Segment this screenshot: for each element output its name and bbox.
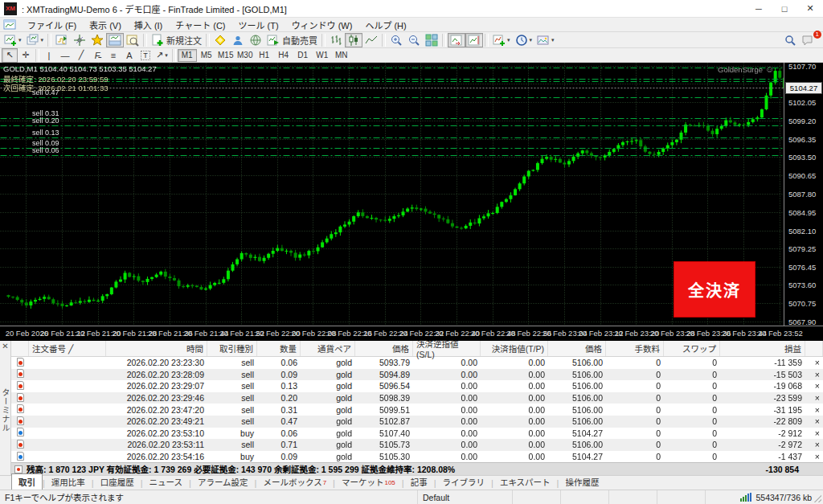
metaeditor-button[interactable] bbox=[211, 33, 229, 47]
trade-row[interactable]: 2026.02.20 23:47:20sell0.31gold5099.510.… bbox=[11, 404, 823, 416]
notifications-icon[interactable]: 1 bbox=[799, 33, 817, 47]
templates-button[interactable]: ▾ bbox=[534, 33, 557, 47]
terminal-tab-7[interactable]: マーケット105 bbox=[335, 474, 402, 490]
trade-row[interactable]: 2026.02.20 23:53:10buy0.06gold5107.400.0… bbox=[11, 428, 823, 440]
terminal-tab-6[interactable]: メールボックス7 bbox=[256, 474, 333, 490]
trade-row[interactable]: 2026.02.20 23:23:30sell0.06gold5093.790.… bbox=[11, 357, 823, 369]
community-button[interactable] bbox=[229, 33, 247, 47]
ea-smiley-icon[interactable]: ☺ bbox=[765, 64, 774, 74]
candlestick-chart-button[interactable] bbox=[345, 33, 362, 47]
column-header-2[interactable]: 時間 bbox=[106, 341, 207, 356]
column-header-9[interactable]: 価格 bbox=[548, 341, 606, 356]
menu-item[interactable]: ファイル (F) bbox=[21, 17, 83, 33]
terminal-tab-9[interactable]: ライブラリ bbox=[436, 474, 492, 490]
column-header-10[interactable]: 手数料 bbox=[606, 341, 664, 356]
text-label-tool[interactable]: T bbox=[137, 48, 154, 63]
strategy-tester-button[interactable] bbox=[124, 33, 141, 47]
close-order-icon[interactable]: × bbox=[805, 381, 823, 391]
close-order-icon[interactable]: × bbox=[805, 416, 823, 426]
timeframe-h1[interactable]: H1 bbox=[255, 49, 274, 62]
new-chart-button[interactable]: ▾ bbox=[2, 33, 24, 47]
column-header-7[interactable]: 決済逆指値(S/L) bbox=[413, 341, 481, 356]
timeframe-d1[interactable]: D1 bbox=[293, 49, 313, 62]
indicators-button[interactable]: ▾ bbox=[490, 33, 513, 47]
column-header-3[interactable]: 取引種別 bbox=[207, 341, 257, 356]
cursor-tool[interactable]: ↖ bbox=[2, 48, 18, 63]
trade-row[interactable]: 2026.02.20 23:29:46sell0.20gold5098.390.… bbox=[11, 392, 823, 404]
vertical-line-tool[interactable]: | bbox=[41, 48, 57, 63]
menu-item[interactable]: ヘルプ (H) bbox=[358, 17, 412, 33]
menu-item[interactable]: 挿入 (I) bbox=[128, 17, 169, 33]
horizontal-line-tool[interactable]: — bbox=[57, 48, 73, 63]
column-header-1[interactable]: 注文番号 ╱ bbox=[29, 341, 106, 356]
terminal-tab-8[interactable]: 記事 bbox=[404, 474, 434, 490]
terminal-tab-2[interactable]: 運用比率 bbox=[45, 474, 92, 490]
menu-item[interactable]: チャート (C) bbox=[169, 17, 231, 33]
chart-shift-button[interactable] bbox=[465, 33, 483, 47]
status-profile[interactable]: Default bbox=[418, 490, 513, 504]
data-window-button[interactable] bbox=[71, 33, 88, 47]
timeframe-mn[interactable]: MN bbox=[332, 49, 351, 62]
new-order-button[interactable]: 新規注文 bbox=[149, 33, 204, 47]
maximize-button[interactable]: □ bbox=[772, 0, 797, 17]
terminal-close-icon[interactable]: ✕ bbox=[2, 342, 8, 351]
close-order-icon[interactable]: × bbox=[805, 428, 823, 438]
terminal-tab-1[interactable]: 取引 bbox=[11, 473, 43, 490]
terminal-button[interactable] bbox=[106, 33, 124, 47]
trade-row[interactable]: 2026.02.20 23:53:11sell0.71gold5105.730.… bbox=[11, 439, 823, 451]
navigator-button[interactable] bbox=[88, 33, 106, 47]
zoom-out-button[interactable] bbox=[405, 33, 423, 47]
price-axis[interactable]: 5107.705104.905102.055099.205096.355093.… bbox=[784, 63, 823, 326]
trade-row[interactable]: 2026.02.20 23:54:16buy0.09gold5105.300.0… bbox=[11, 451, 823, 463]
zoom-in-button[interactable] bbox=[387, 33, 405, 47]
line-chart-button[interactable] bbox=[362, 33, 380, 47]
close-order-icon[interactable]: × bbox=[805, 440, 823, 449]
close-order-icon[interactable]: × bbox=[805, 452, 823, 461]
minimize-button[interactable]: ─ bbox=[746, 0, 772, 17]
close-button[interactable]: ✕ bbox=[797, 0, 823, 17]
market-globe-button[interactable] bbox=[247, 33, 264, 47]
profiles-button[interactable]: ▾ bbox=[24, 33, 47, 47]
column-header-8[interactable]: 決済指値(T/P) bbox=[481, 341, 548, 356]
tile-windows-button[interactable] bbox=[423, 33, 440, 47]
timeframe-w1[interactable]: W1 bbox=[313, 49, 332, 62]
timeframe-m5[interactable]: M5 bbox=[197, 49, 216, 62]
bar-chart-button[interactable] bbox=[327, 33, 345, 47]
column-header-5[interactable]: 通貨ペア bbox=[301, 341, 355, 356]
column-header-11[interactable]: スワップ bbox=[664, 341, 720, 356]
terminal-tab-5[interactable]: アラーム設定 bbox=[191, 474, 255, 490]
close-order-icon[interactable]: × bbox=[805, 405, 823, 415]
trendline-tool[interactable]: ╱ bbox=[73, 48, 89, 63]
market-watch-button[interactable] bbox=[53, 33, 71, 47]
trade-row[interactable]: 2026.02.20 23:29:07sell0.13gold5096.540.… bbox=[11, 380, 823, 392]
close-order-icon[interactable]: × bbox=[805, 370, 823, 379]
column-header-6[interactable]: 価格 bbox=[355, 341, 413, 356]
timeframe-m15[interactable]: M15 bbox=[216, 49, 235, 62]
auto-trading-button[interactable]: 自動売買 bbox=[264, 33, 320, 47]
menu-item[interactable]: 表示 (V) bbox=[83, 17, 128, 33]
timeframe-h4[interactable]: H4 bbox=[274, 49, 293, 62]
terminal-tab-4[interactable]: ニュース bbox=[143, 474, 189, 490]
menu-item[interactable]: ツール (T) bbox=[232, 17, 285, 33]
timeframe-m1[interactable]: M1 bbox=[178, 49, 197, 62]
crosshair-tool[interactable]: ✛ bbox=[18, 48, 34, 63]
auto-scroll-button[interactable] bbox=[448, 33, 465, 47]
arrows-tool[interactable]: ↗▾ bbox=[154, 48, 170, 63]
close-order-icon[interactable]: × bbox=[805, 393, 823, 403]
menu-item[interactable]: ウィンドウ (W) bbox=[285, 17, 359, 33]
trade-row[interactable]: 2026.02.20 23:49:21sell0.47gold5102.870.… bbox=[11, 416, 823, 428]
close-all-button[interactable]: 全決済 bbox=[674, 261, 755, 318]
chart-plot[interactable]: GOLD,M1 5104.40 5104.73 5103.35 5104.27 … bbox=[0, 63, 784, 326]
fibonacci-tool[interactable]: F̵ bbox=[89, 48, 105, 63]
column-header-4[interactable]: 数量 bbox=[257, 341, 301, 356]
channel-tool[interactable]: ≡ bbox=[105, 48, 121, 63]
terminal-tab-3[interactable]: 口座履歴 bbox=[94, 474, 141, 490]
resize-grip[interactable] bbox=[813, 494, 821, 502]
column-header-12[interactable]: 損益 bbox=[720, 341, 805, 356]
close-order-icon[interactable]: × bbox=[805, 358, 823, 367]
terminal-tab-10[interactable]: エキスパート bbox=[493, 474, 557, 490]
price-chart-canvas[interactable] bbox=[0, 63, 784, 326]
time-axis[interactable]: 20 Feb 202620 Feb 21:1220 Feb 21:2020 Fe… bbox=[0, 326, 823, 341]
timeframe-m30[interactable]: M30 bbox=[235, 49, 255, 62]
text-tool[interactable]: A bbox=[121, 48, 137, 63]
